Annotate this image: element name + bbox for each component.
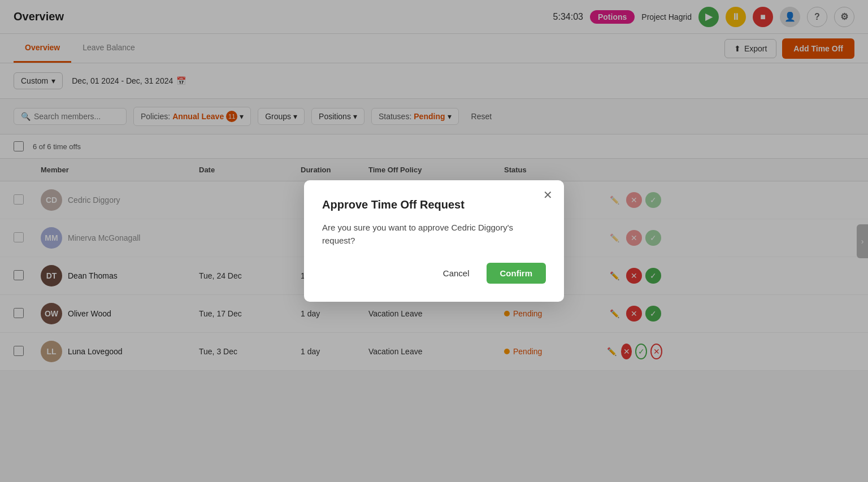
confirm-button[interactable]: Confirm <box>487 263 546 284</box>
approve-modal: ✕ Approve Time Off Request Are you sure … <box>304 180 564 302</box>
modal-title: Approve Time Off Request <box>322 198 546 211</box>
modal-close-button[interactable]: ✕ <box>543 189 553 201</box>
modal-actions: Cancel Confirm <box>322 263 546 284</box>
modal-overlay[interactable]: ✕ Approve Time Off Request Are you sure … <box>0 0 868 371</box>
modal-body: Are you sure you want to approve Cedric … <box>322 222 546 247</box>
cancel-button[interactable]: Cancel <box>433 263 480 284</box>
